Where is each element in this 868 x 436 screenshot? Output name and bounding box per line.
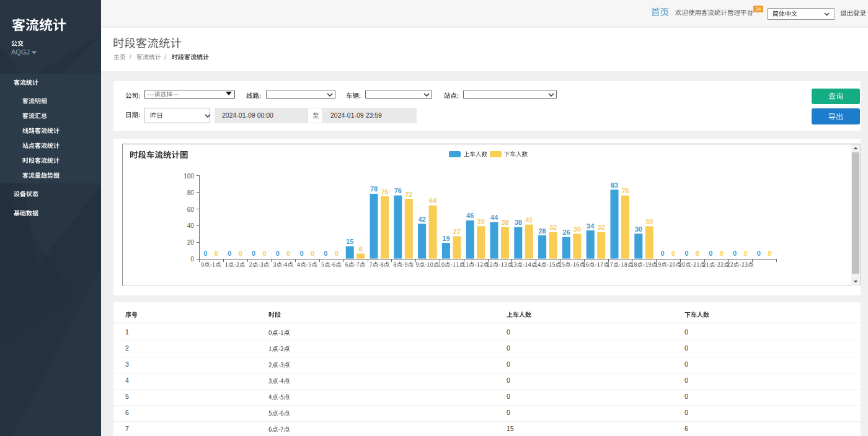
svg-text:27: 27 (453, 228, 461, 235)
svg-text:80: 80 (187, 190, 195, 196)
svg-text:42: 42 (418, 216, 425, 223)
svg-text:28: 28 (538, 227, 546, 235)
svg-text:44: 44 (490, 214, 498, 221)
svg-text:30: 30 (574, 225, 581, 233)
svg-text:39: 39 (477, 218, 485, 225)
svg-text:83: 83 (611, 181, 618, 189)
svg-text:0: 0 (661, 250, 665, 257)
svg-text:0: 0 (768, 250, 771, 257)
svg-text:0: 0 (239, 250, 242, 257)
svg-text:0: 0 (276, 250, 280, 257)
svg-text:100: 100 (184, 173, 194, 180)
svg-text:30: 30 (635, 225, 642, 233)
svg-text:0: 0 (757, 250, 761, 257)
svg-text:32: 32 (598, 224, 605, 231)
svg-text:20: 20 (187, 239, 195, 246)
svg-text:39: 39 (645, 218, 653, 225)
svg-text:41: 41 (525, 216, 533, 224)
svg-text:0: 0 (228, 250, 231, 257)
svg-text:0: 0 (671, 250, 675, 257)
svg-text:0: 0 (252, 250, 255, 257)
svg-text:76: 76 (621, 187, 629, 194)
svg-text:0: 0 (262, 250, 266, 257)
svg-text:46: 46 (466, 212, 474, 219)
svg-text:0: 0 (190, 256, 194, 263)
svg-text:0: 0 (743, 250, 747, 257)
svg-text:60: 60 (187, 206, 195, 213)
svg-text:15: 15 (346, 238, 353, 245)
svg-text:26: 26 (562, 229, 570, 236)
svg-text:32: 32 (549, 224, 557, 231)
svg-text:0: 0 (324, 250, 327, 257)
svg-text:0: 0 (300, 250, 304, 257)
svg-text:0: 0 (203, 250, 207, 257)
svg-text:38: 38 (515, 219, 522, 226)
svg-text:0: 0 (733, 250, 737, 257)
svg-text:78: 78 (370, 185, 378, 193)
svg-text:34: 34 (587, 222, 595, 230)
svg-text:6: 6 (359, 245, 363, 253)
svg-text:19: 19 (442, 235, 450, 242)
svg-text:76: 76 (394, 187, 402, 194)
svg-text:72: 72 (405, 191, 412, 198)
svg-text:75: 75 (381, 188, 388, 196)
svg-text:0: 0 (720, 250, 724, 257)
svg-text:0: 0 (335, 250, 339, 257)
svg-text:0: 0 (286, 250, 290, 257)
svg-text:0: 0 (696, 250, 699, 257)
svg-text:38: 38 (501, 219, 508, 226)
svg-text:0: 0 (311, 250, 314, 257)
svg-text:40: 40 (187, 222, 195, 229)
svg-text:64: 64 (429, 197, 437, 204)
svg-text:0: 0 (684, 250, 688, 257)
svg-text:0: 0 (215, 250, 218, 257)
svg-text:0: 0 (709, 250, 712, 257)
